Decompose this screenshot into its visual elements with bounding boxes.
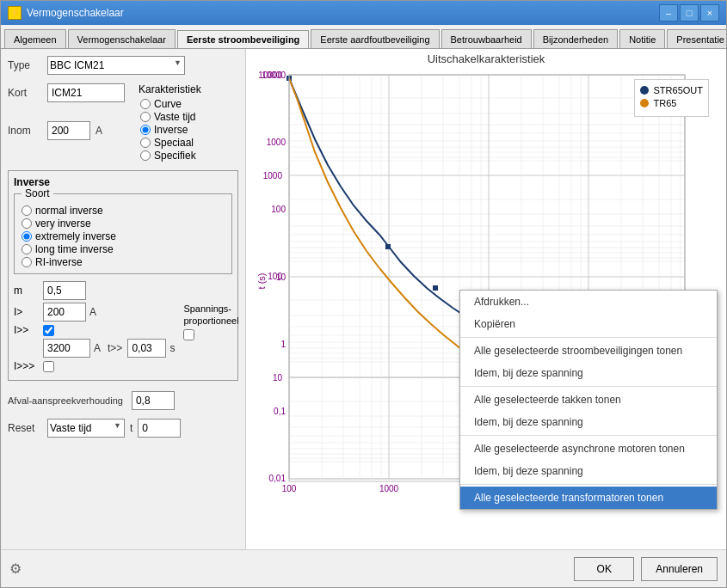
tab-vermogenschakelaar[interactable]: Vermogenschakelaar [68, 29, 176, 48]
radio-specifiek-input[interactable] [140, 150, 151, 161]
i-row: I> A [14, 303, 175, 322]
title-bar: ⚡ Vermogenschakelaar – □ × [1, 1, 726, 25]
context-menu-item-idem-takken[interactable]: Idem, bij deze spanning [460, 411, 717, 433]
inom-input[interactable] [47, 121, 90, 140]
radio-long-time-inverse[interactable]: long time inverse [22, 243, 226, 255]
afval-label: Afval-aanspreekverhouding [8, 395, 123, 406]
context-menu-item-all-stroom[interactable]: Alle geselecteerde stroombeveiligingen t… [460, 340, 717, 362]
radio-curve[interactable]: Curve [140, 98, 201, 110]
radio-extremely-inverse[interactable]: extremely inverse [22, 230, 226, 242]
idd-value-input[interactable] [43, 339, 90, 358]
tab-presentatie[interactable]: Presentatie [667, 29, 726, 48]
tab-bijzonderheden[interactable]: Bijzonderheden [533, 29, 618, 48]
i-input[interactable] [43, 303, 86, 322]
t-input[interactable] [127, 339, 166, 358]
minimize-button[interactable]: – [659, 4, 678, 21]
tab-algemeen[interactable]: Algemeen [4, 29, 66, 48]
inverse-title: Inverse [14, 176, 232, 188]
radio-extremely-inverse-input[interactable] [22, 231, 32, 242]
radio-speciaal[interactable]: Speciaal [140, 137, 201, 149]
radio-inverse[interactable]: Inverse [140, 124, 201, 136]
radio-normal-inverse-input[interactable] [22, 205, 32, 216]
type-select[interactable]: BBC ICM21 [47, 56, 185, 75]
iddd-checkbox[interactable] [43, 361, 54, 372]
idd-value-row: A t>> s [14, 339, 175, 358]
soort-radio-group: normal inverse very inverse extremely in… [22, 205, 226, 268]
radio-specifiek[interactable]: Specifiek [140, 150, 201, 162]
svg-rect-88 [433, 285, 438, 291]
svg-text:10: 10 [273, 373, 283, 383]
context-menu-item-idem-motors[interactable]: Idem, bij deze spanning [460, 460, 717, 482]
i-unit: A [89, 306, 96, 318]
context-menu-item-print[interactable]: Afdrukken... [460, 291, 717, 313]
tab-eerste-aardfoutbeveiliging[interactable]: Eerste aardfoutbeveiliging [311, 29, 439, 48]
radio-normal-inverse[interactable]: normal inverse [22, 205, 226, 217]
radio-curve-input[interactable] [140, 99, 151, 109]
ok-button[interactable]: OK [574, 557, 634, 581]
close-button[interactable]: × [700, 4, 719, 21]
radio-vaste-tijd-input[interactable] [140, 112, 151, 122]
context-menu-item-all-motors[interactable]: Alle geselecteerde asynchrone motoren to… [460, 438, 717, 460]
i-spann-row: I> A I>> A [14, 303, 232, 375]
radio-ri-inverse-input[interactable] [22, 257, 32, 267]
idd-checkbox[interactable] [43, 325, 54, 336]
gear-icon[interactable]: ⚙ [9, 560, 22, 577]
title-buttons: – □ × [659, 4, 719, 21]
reset-row: Reset Vaste tijd t [8, 419, 238, 438]
soort-box: Soort normal inverse very inverse ext [14, 193, 232, 274]
chart-area: Uitschakelkarakteristiek [246, 49, 726, 549]
context-menu-item-all-takken[interactable]: Alle geselecteerde takken tonen [460, 389, 717, 411]
window-icon: ⚡ [8, 6, 22, 20]
kort-input[interactable] [47, 83, 125, 102]
context-menu-item-copy[interactable]: Kopiëren [460, 313, 717, 335]
context-menu-item-idem-stroom[interactable]: Idem, bij deze spanning [460, 362, 717, 384]
spann-label: Spannings- [183, 303, 238, 315]
radio-very-inverse[interactable]: very inverse [22, 217, 226, 230]
radio-vaste-tijd[interactable]: Vaste tijd [140, 111, 201, 123]
svg-text:1000: 1000 [267, 138, 286, 147]
radio-specifiek-label: Specifiek [154, 150, 196, 162]
separator-2 [460, 386, 717, 387]
karakteristiek-radio-group: Curve Vaste tijd Inverse Speciaal [140, 98, 201, 162]
karakteristiek-label: Karakteristiek [139, 83, 201, 95]
radio-very-inverse-input[interactable] [22, 218, 32, 229]
svg-text:100: 100 [271, 205, 286, 214]
m-row: m [14, 281, 232, 300]
radio-inverse-input[interactable] [140, 125, 151, 135]
reset-select[interactable]: Vaste tijd [47, 419, 125, 438]
type-select-wrapper: BBC ICM21 [47, 56, 185, 75]
separator-1 [460, 337, 717, 338]
radio-inverse-label: Inverse [154, 124, 188, 136]
radio-extremely-inverse-label: extremely inverse [35, 230, 116, 242]
context-menu-item-all-transformers[interactable]: Alle geselecteerde transformatoren tonen [460, 487, 717, 509]
type-row: Type BBC ICM21 [8, 56, 238, 75]
radio-long-time-inverse-label: long time inverse [35, 243, 114, 255]
tab-betrouwbaarheid[interactable]: Betrouwbaarheid [441, 29, 532, 48]
spann-checkbox[interactable] [183, 329, 194, 340]
afval-row: Afval-aanspreekverhouding [8, 391, 238, 410]
radio-very-inverse-label: very inverse [35, 217, 91, 230]
separator-3 [460, 435, 717, 436]
radio-long-time-inverse-input[interactable] [22, 244, 32, 254]
bottom-bar: ⚙ OK Annuleren [1, 549, 726, 587]
cancel-button[interactable]: Annuleren [641, 557, 718, 581]
legend-item-str65: STR65OUT [640, 85, 703, 95]
kort-label: Kort [8, 87, 42, 99]
tab-notitie[interactable]: Notitie [619, 29, 665, 48]
afval-input[interactable] [132, 391, 175, 410]
m-input[interactable] [43, 281, 86, 300]
radio-speciaal-input[interactable] [140, 138, 151, 148]
tab-eerste-stroombeveiliging[interactable]: Eerste stroombeveiliging [177, 30, 309, 49]
svg-text:0,01: 0,01 [269, 474, 286, 483]
legend-label-tr65: TR65 [654, 98, 677, 108]
svg-text:10: 10 [276, 273, 286, 282]
tab-bar: Algemeen Vermogenschakelaar Eerste stroo… [1, 25, 726, 49]
radio-ri-inverse[interactable]: RI-inverse [22, 256, 226, 268]
t-reset-label: t [130, 422, 132, 434]
reset-select-wrapper: Vaste tijd [47, 419, 125, 438]
t-reset-input[interactable] [138, 419, 181, 438]
maximize-button[interactable]: □ [680, 4, 699, 21]
inom-row: Inom A [8, 121, 125, 140]
idd-unit: A [94, 342, 101, 354]
i-label: I> [14, 306, 40, 318]
